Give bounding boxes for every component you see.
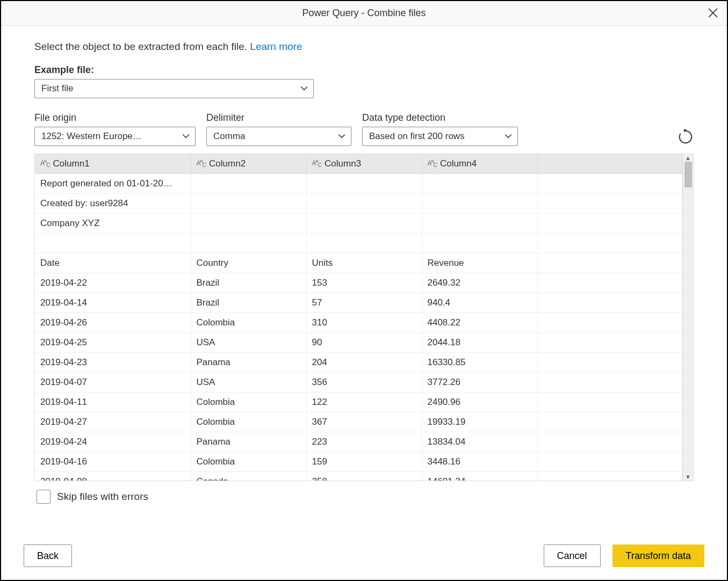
skip-errors-label: Skip files with errors <box>57 491 148 503</box>
table-cell: 16330.85 <box>422 352 537 372</box>
scroll-up-arrow-icon: ▲ <box>685 155 691 161</box>
subtitle-text: Select the object to be extracted from e… <box>34 41 250 52</box>
table-cell <box>35 233 191 253</box>
preview-table-scroll[interactable]: ABCColumn1 ABCColumn2 ABCColumn3 ABCColu… <box>35 154 682 481</box>
learn-more-link[interactable]: Learn more <box>250 41 302 52</box>
datatype-field: Data type detection Based on first 200 r… <box>362 112 518 146</box>
table-row[interactable] <box>35 233 682 253</box>
table-cell: 2019-04-14 <box>35 293 191 313</box>
datatype-label: Data type detection <box>362 112 518 124</box>
abc-type-icon: ABC <box>197 159 206 168</box>
column-header[interactable]: ABCColumn2 <box>191 154 306 173</box>
table-cell <box>191 213 306 233</box>
table-row[interactable]: Created by: user9284 <box>35 193 682 213</box>
table-cell: Colombia <box>191 392 306 412</box>
table-cell <box>537 253 682 273</box>
table-cell <box>422 213 537 233</box>
delimiter-label: Delimiter <box>206 112 351 124</box>
table-cell: 13834.04 <box>422 432 537 452</box>
back-button[interactable]: Back <box>24 544 72 567</box>
file-origin-field: File origin 1252: Western Europe… <box>34 112 196 146</box>
chevron-down-icon <box>504 133 512 140</box>
vertical-scrollbar[interactable]: ▲ ▼ <box>682 154 693 481</box>
chevron-down-icon <box>338 133 345 140</box>
skip-errors-checkbox[interactable] <box>37 490 51 504</box>
table-row[interactable]: 2019-04-07USA3563772.26 <box>35 372 682 392</box>
table-cell <box>537 392 682 412</box>
skip-errors-row: Skip files with errors <box>34 490 694 504</box>
footer-right: Cancel Transform data <box>544 544 704 567</box>
column-header[interactable]: ABCColumn4 <box>422 154 537 173</box>
table-cell <box>191 233 306 253</box>
table-cell <box>191 193 306 213</box>
abc-type-icon: ABC <box>428 159 437 168</box>
table-row[interactable]: 2019-04-27Colombia36719933.19 <box>35 412 682 432</box>
table-cell <box>422 193 537 213</box>
column-name: Column1 <box>53 158 90 169</box>
scrollbar-thumb[interactable] <box>684 162 692 187</box>
table-row[interactable]: Report generated on 01-01-20… <box>35 173 682 193</box>
table-row[interactable]: 2019-04-24Panama22313834.04 <box>35 432 682 452</box>
table-row[interactable]: 2019-04-14Brazil57940.4 <box>35 293 682 313</box>
table-cell: Brazil <box>191 293 306 313</box>
table-cell: 2044.18 <box>422 332 537 352</box>
table-cell: 310 <box>306 313 422 332</box>
table-cell: Canada <box>191 471 306 481</box>
chevron-down-icon <box>300 85 308 92</box>
table-cell: 940.4 <box>422 293 537 313</box>
table-row[interactable]: 2019-04-11Colombia1222490.96 <box>35 392 682 412</box>
table-cell: 2019-04-08 <box>35 471 191 481</box>
table-cell: Panama <box>191 352 306 372</box>
table-cell: Panama <box>191 432 306 452</box>
datatype-dropdown[interactable]: Based on first 200 rows <box>362 127 518 146</box>
table-cell: 3772.26 <box>422 372 537 392</box>
table-cell: Brazil <box>191 273 306 293</box>
preview-table-wrap: ABCColumn1 ABCColumn2 ABCColumn3 ABCColu… <box>34 154 694 481</box>
table-cell: 2019-04-16 <box>35 452 191 471</box>
table-cell: Colombia <box>191 452 306 471</box>
table-cell <box>537 173 682 193</box>
table-cell: 2490.96 <box>422 392 537 412</box>
table-row[interactable]: 2019-04-22Brazil1532649.32 <box>35 273 682 293</box>
table-row[interactable]: 2019-04-16Colombia1593448.16 <box>35 452 682 471</box>
chevron-down-icon <box>182 133 190 140</box>
table-cell <box>306 233 422 253</box>
table-row[interactable]: 2019-04-23Panama20416330.85 <box>35 352 682 372</box>
example-file-label: Example file: <box>34 64 694 76</box>
table-cell: Company XYZ <box>35 213 191 233</box>
table-cell: 2019-04-22 <box>35 273 191 293</box>
table-cell: 4408.22 <box>422 313 537 332</box>
table-row[interactable]: DateCountryUnitsRevenue <box>35 253 682 273</box>
table-cell: 2019-04-23 <box>35 352 191 372</box>
table-header-row: ABCColumn1 ABCColumn2 ABCColumn3 ABCColu… <box>35 154 682 173</box>
table-row[interactable]: 2019-04-25USA902044.18 <box>35 332 682 352</box>
table-row[interactable]: Company XYZ <box>35 213 682 233</box>
refresh-icon[interactable] <box>677 129 694 145</box>
table-row[interactable]: 2019-04-26Colombia3104408.22 <box>35 313 682 332</box>
table-row[interactable]: 2019-04-08Canada25814601.34 <box>35 471 682 481</box>
column-header-empty <box>537 154 682 173</box>
table-cell <box>537 233 682 253</box>
table-cell <box>537 313 682 332</box>
table-cell: 204 <box>306 352 422 372</box>
file-origin-dropdown[interactable]: 1252: Western Europe… <box>34 127 196 146</box>
abc-type-icon: ABC <box>312 159 322 168</box>
table-cell <box>306 213 422 233</box>
table-cell <box>537 293 682 313</box>
dialog-content: Select the object to be extracted from e… <box>1 26 727 535</box>
options-row: File origin 1252: Western Europe… Delimi… <box>34 112 694 146</box>
table-cell <box>422 233 537 253</box>
table-cell: Country <box>191 253 306 273</box>
column-header[interactable]: ABCColumn1 <box>35 154 191 173</box>
cancel-button[interactable]: Cancel <box>544 544 601 567</box>
table-cell: 3448.16 <box>422 452 537 471</box>
table-cell: Colombia <box>191 313 306 332</box>
column-header[interactable]: ABCColumn3 <box>306 154 422 173</box>
delimiter-dropdown[interactable]: Comma <box>206 127 351 146</box>
transform-data-button[interactable]: Transform data <box>612 544 704 567</box>
close-button[interactable] <box>705 5 720 20</box>
table-cell: Units <box>306 253 422 273</box>
table-cell: 19933.19 <box>422 412 537 432</box>
example-file-dropdown[interactable]: First file <box>34 79 314 98</box>
table-cell: 2019-04-27 <box>35 412 191 432</box>
